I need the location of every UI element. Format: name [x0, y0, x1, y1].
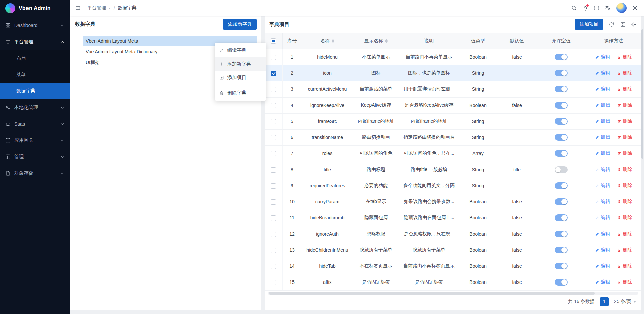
row-checkbox[interactable] [271, 71, 276, 76]
allow-empty-toggle[interactable] [555, 118, 568, 125]
edit-button[interactable]: 编辑 [595, 118, 610, 124]
allow-empty-toggle[interactable] [555, 231, 568, 237]
refresh-icon[interactable] [609, 22, 614, 27]
allow-empty-toggle[interactable] [555, 182, 568, 189]
context-menu-item-3[interactable]: 删除字典 [215, 86, 266, 100]
allow-empty-toggle[interactable] [555, 54, 568, 60]
context-menu-item-1[interactable]: 添加新字典 [215, 57, 266, 71]
context-menu-item-2[interactable]: 添加项目 [215, 71, 266, 84]
allow-empty-toggle[interactable] [555, 263, 568, 269]
table-row[interactable]: 13 hideChildrenInMenu 隐藏所有子菜单 隐藏所有子菜单 Bo… [265, 242, 641, 258]
sort-carets-icon[interactable] [332, 39, 334, 43]
allow-empty-toggle[interactable] [555, 70, 568, 76]
table-row[interactable]: 10 carryParam 在tab显示 如果该路由会携带参数... Boole… [265, 194, 641, 210]
fullscreen-icon[interactable] [594, 5, 600, 11]
breadcrumb-item-platform[interactable]: 平台管理 [87, 5, 111, 11]
column-header-value-type[interactable]: 值类型 [459, 33, 497, 49]
table-row[interactable]: 2 icon 图标 图标，也是菜单图标 String 编辑 删除 [265, 65, 641, 81]
allow-empty-toggle[interactable] [555, 214, 568, 221]
delete-button[interactable]: 删除 [617, 263, 632, 269]
table-row[interactable]: 14 hideTab 不在标签页显示 当前路由不再标签页显示 Boolean f… [265, 258, 641, 274]
row-checkbox[interactable] [271, 167, 276, 173]
pagination-page-1[interactable]: 1 [600, 297, 609, 306]
context-menu-item-0[interactable]: 编辑字典 [215, 43, 266, 57]
allow-empty-toggle[interactable] [555, 198, 568, 205]
logo[interactable]: Vben Admin [0, 0, 70, 16]
edit-button[interactable]: 编辑 [595, 279, 610, 285]
delete-button[interactable]: 删除 [617, 279, 632, 285]
horizontal-scrollbar-thumb[interactable] [269, 292, 595, 295]
allow-empty-toggle[interactable] [555, 150, 568, 157]
notification-bell-icon[interactable] [582, 5, 588, 11]
delete-button[interactable]: 删除 [617, 231, 632, 237]
allow-empty-toggle[interactable] [555, 279, 568, 286]
edit-button[interactable]: 编辑 [595, 86, 610, 92]
table-row[interactable]: 7 roles 可以访问的角色 可以访问的角色，只在... Array 编辑 删… [265, 145, 641, 162]
delete-button[interactable]: 删除 [617, 150, 632, 156]
edit-button[interactable]: 编辑 [595, 231, 610, 237]
sidebar-item-3[interactable]: Saas [0, 116, 70, 132]
vertical-scrollbar[interactable] [641, 17, 644, 313]
table-row[interactable]: 3 currentActiveMenu 当前激活的菜单 用于配置详情页时左侧..… [265, 81, 641, 97]
add-item-button[interactable]: 添加项目 [575, 19, 603, 30]
table-row[interactable]: 11 hideBreadcrumb 隐藏面包屑 隐藏该路由在面包屑上... Bo… [265, 210, 641, 226]
row-checkbox[interactable] [271, 135, 276, 140]
row-checkbox[interactable] [271, 199, 276, 205]
row-checkbox[interactable] [271, 119, 276, 124]
delete-button[interactable]: 删除 [617, 102, 632, 108]
delete-button[interactable]: 删除 [617, 134, 632, 140]
edit-button[interactable]: 编辑 [595, 167, 610, 173]
delete-button[interactable]: 删除 [617, 183, 632, 189]
page-size-select[interactable]: 25 条/页 [614, 299, 636, 305]
table-row[interactable]: 15 affix 是否固定标签 是否固定标签 Boolean false 编辑 … [265, 274, 641, 290]
collapse-menu-icon[interactable] [75, 5, 81, 11]
column-header-allow-empty[interactable]: 允许空值 [537, 33, 586, 49]
edit-button[interactable]: 编辑 [595, 54, 610, 60]
table-row[interactable]: 6 transitionName 路由切换动画 指定该路由切换的动画名 Stri… [265, 129, 641, 145]
table-row[interactable]: 5 frameSrc 内嵌iframe的地址 内嵌iframe的地址 Strin… [265, 113, 641, 129]
sidebar-subitem-2[interactable]: 数据字典 [0, 83, 70, 99]
table-row[interactable]: 8 title 路由标题 路由title 一般必填 String title 编… [265, 162, 641, 178]
allow-empty-toggle[interactable] [555, 166, 568, 173]
vertical-scrollbar-thumb[interactable] [641, 29, 643, 159]
settings-gear-icon[interactable] [632, 5, 638, 11]
edit-button[interactable]: 编辑 [595, 183, 610, 189]
translate-icon[interactable] [605, 5, 611, 11]
edit-button[interactable]: 编辑 [595, 102, 610, 108]
column-header-default-value[interactable]: 默认值 [497, 33, 537, 49]
row-checkbox[interactable] [271, 280, 276, 285]
delete-button[interactable]: 删除 [617, 70, 632, 76]
sidebar-item-2[interactable]: 本地化管理 [0, 99, 70, 116]
edit-button[interactable]: 编辑 [595, 134, 610, 140]
edit-button[interactable]: 编辑 [595, 70, 610, 76]
column-header-name[interactable]: 名称 [302, 33, 353, 49]
edit-button[interactable]: 编辑 [595, 247, 610, 253]
table-row[interactable]: 12 ignoreAuth 忽略权限 是否忽略权限，只在权... Boolean… [265, 226, 641, 242]
edit-button[interactable]: 编辑 [595, 199, 610, 205]
column-header-no[interactable]: 序号 [282, 33, 302, 49]
delete-button[interactable]: 删除 [617, 167, 632, 173]
table-row[interactable]: 9 requiredFeatures 必要的功能 多个功能间用英文，分隔 Str… [265, 178, 641, 194]
table-settings-gear-icon[interactable] [631, 22, 637, 27]
table-row[interactable]: 4 ignoreKeepAlive KeepAlive缓存 是否忽略KeepAl… [265, 97, 641, 113]
sidebar-subitem-1[interactable]: 菜单 [0, 66, 70, 83]
row-checkbox[interactable] [271, 264, 276, 269]
row-checkbox[interactable] [271, 87, 276, 92]
add-dictionary-button[interactable]: 添加新字典 [223, 19, 257, 30]
table-row[interactable]: 1 hideMenu 不在菜单显示 当前路由不再菜单显示 Boolean fal… [265, 49, 641, 65]
delete-button[interactable]: 删除 [617, 54, 632, 60]
sidebar-item-0[interactable]: Dashboard [0, 17, 70, 34]
row-checkbox[interactable] [271, 215, 276, 221]
row-checkbox[interactable] [271, 103, 276, 108]
select-all-checkbox[interactable] [271, 38, 276, 44]
column-header-display-name[interactable]: 显示名称 [353, 33, 399, 49]
delete-button[interactable]: 删除 [617, 215, 632, 221]
horizontal-scrollbar[interactable] [268, 292, 638, 295]
edit-button[interactable]: 编辑 [595, 215, 610, 221]
delete-button[interactable]: 删除 [617, 86, 632, 92]
allow-empty-toggle[interactable] [555, 247, 568, 253]
delete-button[interactable]: 删除 [617, 247, 632, 253]
allow-empty-toggle[interactable] [555, 134, 568, 141]
row-checkbox[interactable] [271, 248, 276, 253]
delete-button[interactable]: 删除 [617, 118, 632, 124]
